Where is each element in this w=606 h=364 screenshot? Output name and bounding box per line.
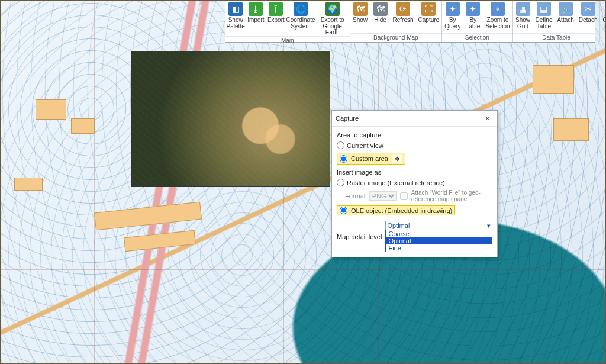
format-label: Format (345, 192, 366, 199)
detail-level-option-fine[interactable]: Fine (386, 244, 492, 252)
dialog-titlebar[interactable]: Capture ✕ (332, 111, 497, 127)
capture-dialog: Capture ✕ Area to capture Current view C… (331, 110, 498, 257)
attach-button[interactable]: 🔗Attach (555, 0, 576, 33)
options-label: Options (602, 17, 606, 24)
radio-current-view[interactable]: Current view (337, 141, 492, 150)
sel-query-button[interactable]: ✦By Query (442, 0, 463, 33)
sel-table-label: By Table (466, 17, 480, 30)
sel-table-button[interactable]: ✦By Table (463, 0, 483, 33)
export-ge-button[interactable]: 🌍Export to Google Earth (315, 0, 350, 36)
export-label: Export (267, 17, 285, 24)
close-icon[interactable]: ✕ (481, 113, 494, 124)
export-ge-label: Export to Google Earth (318, 17, 347, 36)
worldfile-label: Attach "World File" to geo-reference map… (411, 189, 492, 202)
ribbon-group-selection: Selection (442, 33, 512, 42)
ribbon-group-background-map: Background Map (350, 33, 442, 42)
import-icon: ⭳ (249, 2, 263, 16)
radio-custom-area[interactable]: Custom area ✥ (337, 153, 405, 165)
radio-current-view-label: Current view (347, 142, 383, 149)
ribbon-group-data-table: Data Table (513, 33, 600, 42)
worldfile-checkbox (400, 192, 408, 200)
define-table-label: Define Table (536, 17, 553, 30)
bg-show-icon: 🗺 (353, 2, 368, 16)
bg-refresh-label: Refresh (393, 17, 414, 24)
coord-sys-icon: 🌐 (294, 2, 308, 16)
ribbon-group-main: Main (225, 36, 350, 45)
detail-level-dropdown[interactable]: CoarseOptimalFine (385, 230, 492, 252)
detail-level-option-optimal[interactable]: Optimal (386, 237, 492, 244)
format-row: Format PNG Attach "World File" to geo-re… (337, 189, 492, 202)
bg-show-button[interactable]: 🗺Show (350, 0, 370, 33)
radio-custom-area-label: Custom area (351, 155, 388, 162)
radio-ole-object[interactable]: OLE object (Embedded in drawing) (337, 205, 455, 215)
show-grid-label: Show Grid (515, 17, 530, 30)
detach-label: Detach (579, 17, 598, 24)
format-select: PNG (369, 191, 397, 201)
show-grid-button[interactable]: ▦Show Grid (513, 0, 533, 33)
define-table-button[interactable]: ▤Define Table (533, 0, 555, 33)
export-icon: ⭱ (269, 2, 283, 16)
radio-raster-image[interactable]: Raster image (External reference) (337, 178, 492, 187)
bg-capture-icon: ⛶ (421, 2, 436, 16)
detail-level-value: Optimal (387, 222, 410, 229)
coord-sys-label: Coordinate System (286, 17, 315, 30)
detach-icon: ✂ (581, 2, 595, 16)
show-palette-icon: ◧ (228, 2, 243, 16)
bg-hide-icon: 🗺 (373, 2, 388, 16)
pick-area-button[interactable]: ✥ (392, 154, 402, 163)
area-section-label: Area to capture (337, 131, 492, 138)
radio-raster-image-label: Raster image (External reference) (347, 179, 445, 186)
show-palette-button[interactable]: ◧Show Palette (225, 0, 246, 36)
zoom-sel-icon: ⌖ (491, 2, 505, 16)
sel-table-icon: ✦ (466, 2, 480, 16)
import-button[interactable]: ⭳Import (246, 0, 266, 36)
import-label: Import (247, 17, 264, 24)
attach-icon: 🔗 (559, 2, 573, 16)
sel-query-icon: ✦ (446, 2, 460, 16)
show-palette-label: Show Palette (227, 17, 245, 30)
detail-level-select[interactable]: Optimal ▾ (385, 221, 492, 230)
aerial-imagery-overlay (131, 51, 330, 187)
radio-ole-object-label: OLE object (Embedded in drawing) (351, 207, 452, 214)
bg-capture-button[interactable]: ⛶Capture (416, 0, 442, 33)
bg-show-label: Show (353, 17, 368, 24)
coord-sys-button[interactable]: 🌐Coordinate System (286, 0, 315, 36)
ribbon-group-support: Support (600, 33, 606, 42)
bg-hide-button[interactable]: 🗺Hide (370, 0, 391, 33)
attach-label: Attach (557, 17, 573, 24)
export-ge-icon: 🌍 (325, 2, 340, 16)
detach-button[interactable]: ✂Detach (576, 0, 600, 33)
bg-capture-label: Capture (418, 17, 440, 24)
insert-section-label: Insert image as (337, 169, 492, 176)
ribbon-toolbar: ◧Show Palette⭳Import⭱Export🌐Coordinate S… (225, 0, 595, 43)
export-button[interactable]: ⭱Export (266, 0, 286, 36)
detail-level-label: Map detail level (337, 233, 382, 240)
dialog-title: Capture (336, 115, 359, 122)
sel-query-label: By Query (444, 17, 460, 30)
bg-hide-label: Hide (374, 17, 386, 24)
zoom-sel-label: Zoom to Selection (485, 17, 510, 30)
bg-refresh-button[interactable]: ⟳Refresh (391, 0, 416, 33)
options-button[interactable]: 🛠Options (600, 0, 606, 33)
zoom-sel-button[interactable]: ⌖Zoom to Selection (483, 0, 512, 33)
define-table-icon: ▤ (537, 2, 551, 16)
bg-refresh-icon: ⟳ (396, 2, 410, 16)
show-grid-icon: ▦ (516, 2, 530, 16)
chevron-down-icon: ▾ (487, 222, 491, 230)
detail-level-option-coarse[interactable]: Coarse (386, 230, 492, 237)
